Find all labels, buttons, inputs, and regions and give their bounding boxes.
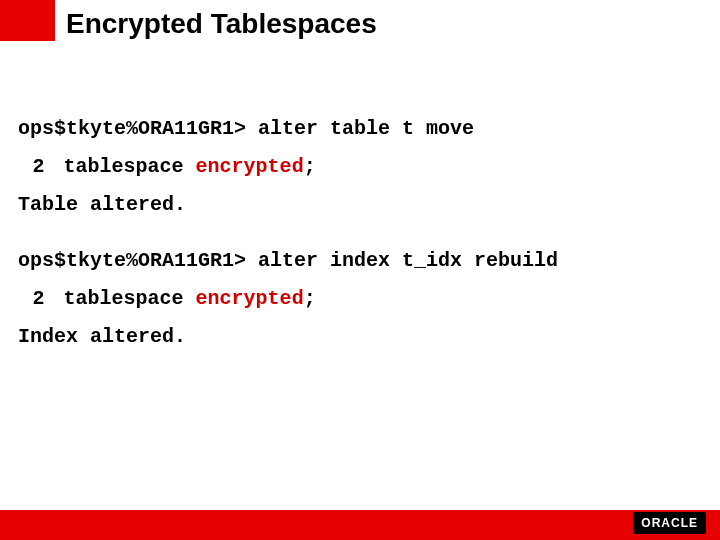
line-number: 2 — [18, 280, 44, 318]
code-line: Table altered. — [18, 186, 702, 224]
code-text: tablespace — [52, 287, 196, 310]
oracle-logo: ORACLE — [633, 512, 706, 534]
line-number: 2 — [18, 148, 44, 186]
code-text: Table altered. — [18, 193, 186, 216]
code-text: tablespace — [52, 155, 196, 178]
keyword: encrypted — [196, 287, 304, 310]
oracle-logo-text: ORACLE — [641, 516, 698, 530]
code-line: 2 tablespace encrypted; — [18, 280, 702, 318]
code-text: ops$tkyte%ORA11GR1> alter index t_idx re… — [18, 249, 558, 272]
code-line: 2 tablespace encrypted; — [18, 148, 702, 186]
code-line: ops$tkyte%ORA11GR1> alter table t move — [18, 110, 702, 148]
code-line: Index altered. — [18, 318, 702, 356]
code-text: ; — [304, 287, 316, 310]
code-text: ; — [304, 155, 316, 178]
page-title: Encrypted Tablespaces — [66, 8, 377, 40]
header-red-box — [0, 0, 55, 41]
code-text: Index altered. — [18, 325, 186, 348]
code-text: ops$tkyte%ORA11GR1> alter table t move — [18, 117, 474, 140]
spacer — [18, 224, 702, 242]
footer-bar: ORACLE — [0, 510, 720, 540]
code-line: ops$tkyte%ORA11GR1> alter index t_idx re… — [18, 242, 702, 280]
keyword: encrypted — [196, 155, 304, 178]
code-block: ops$tkyte%ORA11GR1> alter table t move 2… — [18, 110, 702, 356]
